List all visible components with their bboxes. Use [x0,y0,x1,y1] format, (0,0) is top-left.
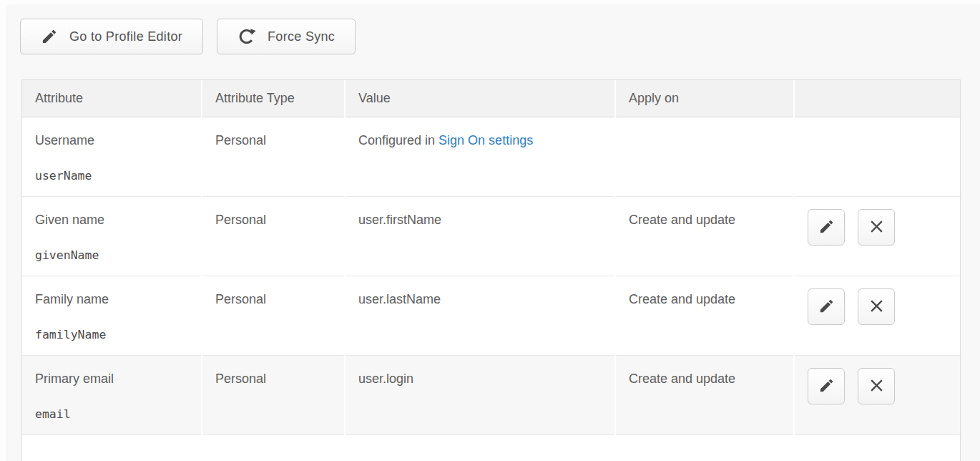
value-text: Configured in [358,133,438,147]
value-text: user.firstName [358,213,441,227]
table-row: Primary email email Personal user.login … [22,356,960,435]
refresh-icon [237,27,256,46]
edit-attribute-button[interactable] [808,209,845,246]
pencil-icon [818,298,835,316]
table-row: Given name givenName Personal user.first… [22,197,960,276]
pencil-icon [818,377,835,396]
apply-on: Create and update [616,276,793,356]
table-row: Username userName Personal Configured in… [22,117,960,197]
table-row: Family name familyName Personal user.las… [22,276,960,356]
row-actions [808,288,947,325]
edit-attribute-button[interactable] [808,368,845,404]
attribute-type: Personal [202,356,344,435]
value-text: user.login [358,372,413,386]
column-header-value: Value [346,80,614,117]
value-text: user.lastName [358,292,441,306]
go-to-profile-editor-button[interactable]: Go to Profile Editor [20,19,203,54]
attribute-type: Personal [202,117,344,197]
x-icon [869,378,884,395]
attribute-label: Given name [35,212,188,228]
column-header-attribute-type: Attribute Type [202,80,344,117]
edit-attribute-button[interactable] [808,288,845,325]
pencil-icon [41,28,58,45]
attribute-code: givenName [35,247,188,263]
attribute-label: Username [35,132,188,149]
attribute-type: Personal [202,276,344,356]
delete-attribute-button[interactable] [858,368,895,404]
attribute-code: email [35,406,188,422]
attribute-label: Primary email [35,371,188,387]
column-header-apply-on: Apply on [616,80,793,117]
apply-on: Create and update [616,356,793,435]
attribute-mapping-table: Attribute Attribute Type Value Apply on … [21,79,961,461]
delete-attribute-button[interactable] [858,209,895,246]
force-sync-label: Force Sync [268,29,335,44]
attribute-code: familyName [35,326,188,343]
row-actions [808,368,947,404]
attribute-label: Family name [35,291,188,308]
column-header-attribute: Attribute [22,80,201,117]
apply-on: Create and update [616,197,793,276]
attribute-type: Personal [202,197,344,276]
force-sync-button[interactable]: Force Sync [217,19,356,54]
attribute-table-body: Username userName Personal Configured in… [22,117,960,435]
apply-on [616,117,793,197]
x-icon [869,299,884,316]
toolbar: Go to Profile Editor Force Sync [20,19,356,54]
value-link[interactable]: Sign On settings [438,133,533,147]
row-actions [808,209,947,246]
x-icon [869,219,884,236]
delete-attribute-button[interactable] [858,288,895,325]
go-to-profile-editor-label: Go to Profile Editor [69,29,182,44]
attribute-code: userName [35,168,188,184]
pencil-icon [818,218,835,237]
column-header-actions [795,80,960,117]
